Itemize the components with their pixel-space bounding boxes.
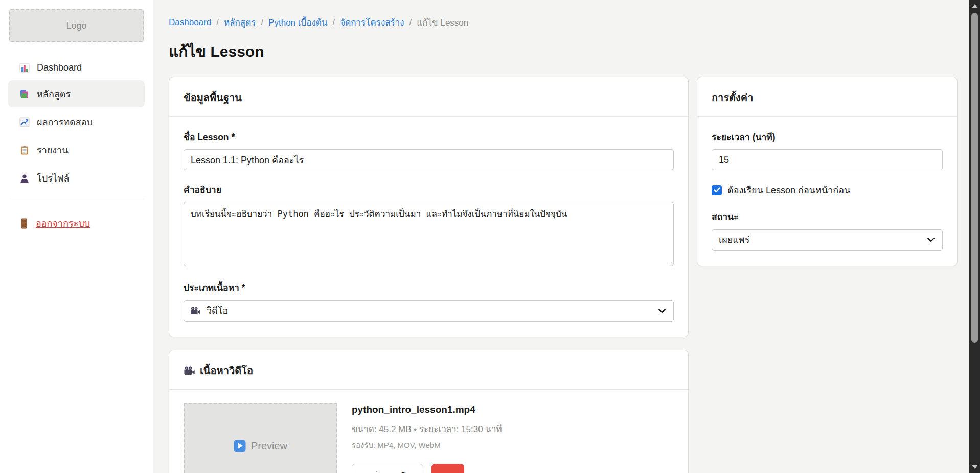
app-window: Logo Dashboard หลักสูตร bbox=[0, 0, 980, 473]
settings-card-title: การตั้งค่า bbox=[712, 89, 753, 106]
sidebar-item-courses[interactable]: หลักสูตร bbox=[8, 80, 145, 107]
breadcrumb-link-courses[interactable]: หลักสูตร bbox=[224, 15, 256, 29]
sidebar: Logo Dashboard หลักสูตร bbox=[0, 0, 153, 473]
content-type-select[interactable]: วิดีโอ bbox=[184, 300, 674, 322]
lesson-name-label: ชื่อ Lesson * bbox=[184, 130, 674, 144]
breadcrumb-separator: / bbox=[409, 17, 412, 28]
sidebar-item-test-results[interactable]: ผลการทดสอบ bbox=[8, 108, 145, 136]
play-button-icon bbox=[234, 440, 246, 452]
breadcrumb-current: แก้ไข Lesson bbox=[417, 15, 468, 29]
bar-chart-icon bbox=[19, 63, 30, 73]
breadcrumb-link-structure[interactable]: จัดการโครงสร้าง bbox=[340, 15, 404, 29]
duration-field-group: ระยะเวลา (นาที) bbox=[712, 130, 943, 170]
video-card-title: เนื้อหาวิดีโอ bbox=[200, 363, 253, 379]
content-type-select-wrap: วิดีโอ bbox=[184, 300, 674, 322]
content-type-label: ประเภทเนื้อหา * bbox=[184, 281, 674, 295]
video-card-header: เนื้อหาวิดีโอ bbox=[169, 350, 688, 390]
basic-info-card-title: ข้อมูลพื้นฐาน bbox=[184, 89, 242, 106]
breadcrumb-separator: / bbox=[261, 17, 263, 28]
description-label: คำอธิบาย bbox=[184, 183, 674, 197]
triangle-up-icon bbox=[972, 4, 978, 8]
books-icon bbox=[19, 89, 30, 99]
person-icon bbox=[19, 173, 30, 184]
movie-camera-icon bbox=[184, 366, 195, 375]
duration-label: ระยะเวลา (นาที) bbox=[712, 130, 943, 144]
video-preview-placeholder: Preview bbox=[184, 403, 337, 473]
description-textarea[interactable]: บทเรียนนี้จะอธิบายว่า Python คืออะไร ประ… bbox=[184, 202, 674, 266]
breadcrumb: Dashboard / หลักสูตร / Python เบื้องต้น … bbox=[169, 15, 967, 29]
status-select-wrap: เผยแพร่ bbox=[712, 229, 943, 251]
logout-link[interactable]: ออกจากระบบ bbox=[8, 213, 145, 234]
status-select[interactable]: เผยแพร่ bbox=[712, 229, 943, 251]
video-content-card: เนื้อหาวิดีโอ Preview python_intro_lesso… bbox=[169, 350, 689, 473]
settings-card-header: การตั้งค่า bbox=[697, 77, 957, 117]
sidebar-item-profile[interactable]: โปรไฟล์ bbox=[8, 165, 145, 192]
breadcrumb-link-course[interactable]: Python เบื้องต้น bbox=[268, 15, 327, 29]
preview-label: Preview bbox=[251, 440, 287, 452]
logo-placeholder: Logo bbox=[9, 9, 144, 42]
breadcrumb-link-dashboard[interactable]: Dashboard bbox=[169, 17, 211, 28]
video-file-name: python_intro_lesson1.mp4 bbox=[352, 404, 502, 415]
sidebar-item-label: หลักสูตร bbox=[37, 86, 71, 101]
sidebar-menu: Dashboard หลักสูตร ผลการทดสอบ bbox=[0, 56, 153, 192]
triangle-down-icon bbox=[972, 465, 978, 469]
settings-card-body: ระยะเวลา (นาที) ต้องเรียน Lesson ก่อนหน้… bbox=[697, 117, 957, 266]
breadcrumb-separator: / bbox=[333, 17, 335, 28]
scrollbar-thumb[interactable] bbox=[971, 13, 978, 343]
content-type-field-group: ประเภทเนื้อหา * วิดีโอ bbox=[184, 281, 674, 322]
basic-info-card-header: ข้อมูลพื้นฐาน bbox=[169, 77, 688, 117]
sidebar-item-label: ผลการทดสอบ bbox=[37, 115, 93, 129]
basic-info-card-body: ชื่อ Lesson * คำอธิบาย บทเรียนนี้จะอธิบา… bbox=[169, 117, 688, 337]
sidebar-item-reports[interactable]: รายงาน bbox=[8, 137, 145, 164]
video-file-meta: ขนาด: 45.2 MB • ระยะเวลา: 15:30 นาที bbox=[352, 422, 502, 436]
change-video-button[interactable]: เปลี่ยนวิดีโอ bbox=[352, 464, 423, 473]
scrollbar-up-arrow[interactable] bbox=[969, 1, 980, 11]
duration-input[interactable] bbox=[712, 149, 943, 170]
video-card-body: Preview python_intro_lesson1.mp4 ขนาด: 4… bbox=[169, 390, 688, 473]
sidebar-item-dashboard[interactable]: Dashboard bbox=[8, 56, 145, 79]
page-title: แก้ไข Lesson bbox=[169, 39, 967, 63]
lesson-name-field-group: ชื่อ Lesson * bbox=[184, 130, 674, 170]
prerequisite-checkbox[interactable] bbox=[712, 185, 722, 195]
door-icon bbox=[19, 218, 29, 229]
logo-text: Logo bbox=[66, 20, 86, 31]
scrollbar-down-arrow[interactable] bbox=[969, 462, 980, 472]
status-field-group: สถานะ เผยแพร่ bbox=[712, 210, 943, 251]
sidebar-item-label: โปรไฟล์ bbox=[37, 171, 70, 186]
delete-video-button[interactable]: ลบ bbox=[431, 464, 464, 473]
clipboard-icon bbox=[19, 145, 30, 155]
status-label: สถานะ bbox=[712, 210, 943, 224]
video-file-info: python_intro_lesson1.mp4 ขนาด: 45.2 MB •… bbox=[352, 403, 502, 473]
sidebar-divider bbox=[9, 199, 144, 199]
settings-card: การตั้งค่า ระยะเวลา (นาที) ต้องเรียน bbox=[697, 77, 958, 266]
logout-label: ออกจากระบบ bbox=[36, 216, 90, 231]
prerequisite-checkbox-row[interactable]: ต้องเรียน Lesson ก่อนหน้าก่อน bbox=[712, 183, 943, 197]
sidebar-item-label: รายงาน bbox=[37, 143, 69, 157]
main-content: Dashboard / หลักสูตร / Python เบื้องต้น … bbox=[153, 0, 980, 473]
prerequisite-label: ต้องเรียน Lesson ก่อนหน้าก่อน bbox=[727, 183, 850, 197]
lesson-name-input[interactable] bbox=[184, 149, 674, 170]
video-supported-formats: รองรับ: MP4, MOV, WebM bbox=[352, 439, 502, 452]
sidebar-item-label: Dashboard bbox=[37, 62, 82, 73]
check-icon bbox=[714, 187, 720, 193]
vertical-scrollbar[interactable] bbox=[969, 0, 980, 473]
description-field-group: คำอธิบาย บทเรียนนี้จะอธิบายว่า Python คื… bbox=[184, 183, 674, 268]
cards-row: ข้อมูลพื้นฐาน ชื่อ Lesson * คำอธิบาย บทเ… bbox=[169, 77, 967, 337]
video-buttons-row: เปลี่ยนวิดีโอ ลบ bbox=[352, 464, 502, 473]
chart-increasing-icon bbox=[19, 117, 30, 127]
breadcrumb-separator: / bbox=[216, 17, 219, 28]
basic-info-card: ข้อมูลพื้นฐาน ชื่อ Lesson * คำอธิบาย บทเ… bbox=[169, 77, 689, 337]
